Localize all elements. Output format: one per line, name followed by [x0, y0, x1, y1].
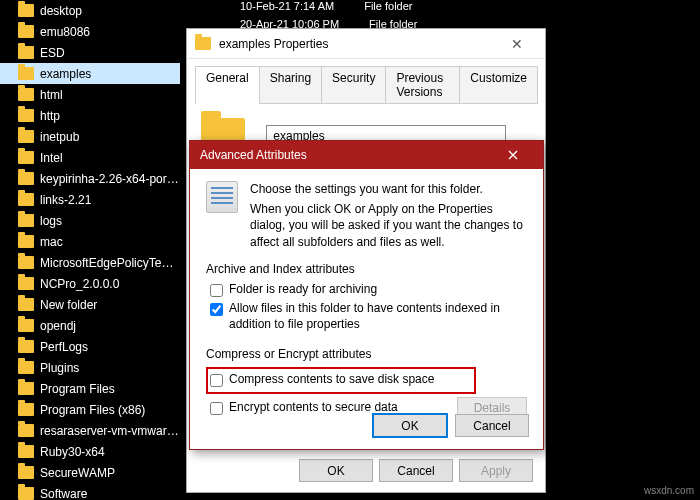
index-checkbox-row[interactable]: Allow files in this folder to have conte…: [210, 301, 527, 332]
tree-item[interactable]: Software: [0, 483, 180, 500]
cancel-button[interactable]: Cancel: [379, 459, 453, 482]
archive-group-label: Archive and Index attributes: [206, 262, 527, 276]
tree-item[interactable]: html: [0, 84, 180, 105]
attributes-icon: [206, 181, 238, 213]
folder-icon: [18, 172, 34, 185]
folder-icon: [18, 25, 34, 38]
properties-titlebar[interactable]: examples Properties ✕: [187, 29, 545, 59]
advanced-attributes-dialog: Advanced Attributes Choose the settings …: [189, 140, 544, 450]
tree-item[interactable]: NCPro_2.0.0.0: [0, 273, 180, 294]
intro-line2: When you click OK or Apply on the Proper…: [250, 201, 527, 250]
tree-item-label: html: [40, 88, 63, 102]
advanced-titlebar[interactable]: Advanced Attributes: [190, 141, 543, 169]
tab-previous-versions[interactable]: Previous Versions: [385, 66, 460, 104]
tree-item[interactable]: New folder: [0, 294, 180, 315]
tree-item-label: ESD: [40, 46, 65, 60]
tree-item[interactable]: keypirinha-2.26-x64-portable: [0, 168, 180, 189]
tree-item-label: opendj: [40, 319, 76, 333]
tree-item-label: inetpub: [40, 130, 79, 144]
compress-checkbox-label: Compress contents to save disk space: [229, 372, 434, 388]
tree-item[interactable]: MicrosoftEdgePolicyTemplates: [0, 252, 180, 273]
tab-general[interactable]: General: [195, 66, 260, 104]
folder-icon: [18, 88, 34, 101]
tree-item-label: keypirinha-2.26-x64-portable: [40, 172, 180, 186]
tree-item-label: logs: [40, 214, 62, 228]
tree-item-label: mac: [40, 235, 63, 249]
ok-button[interactable]: OK: [373, 414, 447, 437]
folder-icon: [18, 319, 34, 332]
tree-item[interactable]: SecureWAMP: [0, 462, 180, 483]
tree-item[interactable]: desktop: [0, 0, 180, 21]
tree-item[interactable]: opendj: [0, 315, 180, 336]
archive-checkbox[interactable]: [210, 284, 223, 297]
tree-item[interactable]: Ruby30-x64: [0, 441, 180, 462]
watermark: wsxdn.com: [644, 485, 694, 496]
tree-item[interactable]: examples: [0, 63, 180, 84]
folder-icon: [18, 130, 34, 143]
index-checkbox[interactable]: [210, 303, 223, 316]
folder-icon: [18, 109, 34, 122]
folder-icon: [18, 298, 34, 311]
folder-tree[interactable]: desktopemu8086ESDexampleshtmlhttpinetpub…: [0, 0, 180, 500]
folder-icon: [18, 4, 34, 17]
folder-icon: [18, 277, 34, 290]
tree-item-label: SecureWAMP: [40, 466, 115, 480]
tree-item[interactable]: links-2.21: [0, 189, 180, 210]
tree-item-label: desktop: [40, 4, 82, 18]
ok-button[interactable]: OK: [299, 459, 373, 482]
folder-icon: [18, 46, 34, 59]
advanced-buttons: OK Cancel: [373, 414, 529, 437]
folder-icon: [18, 361, 34, 374]
tree-item-label: Program Files (x86): [40, 403, 145, 417]
close-icon[interactable]: [493, 141, 533, 169]
compress-group-label: Compress or Encrypt attributes: [206, 347, 527, 361]
folder-icon: [18, 151, 34, 164]
folder-icon: [18, 340, 34, 353]
tab-customize[interactable]: Customize: [459, 66, 538, 104]
tree-item-label: Plugins: [40, 361, 79, 375]
tree-item[interactable]: mac: [0, 231, 180, 252]
tree-item-label: New folder: [40, 298, 97, 312]
folder-icon: [18, 445, 34, 458]
tree-item-label: http: [40, 109, 60, 123]
folder-icon: [18, 256, 34, 269]
tree-item-label: Ruby30-x64: [40, 445, 105, 459]
tree-item[interactable]: inetpub: [0, 126, 180, 147]
tree-item[interactable]: logs: [0, 210, 180, 231]
tree-item-label: MicrosoftEdgePolicyTemplates: [40, 256, 180, 270]
archive-checkbox-label: Folder is ready for archiving: [229, 282, 377, 298]
file-date: 10-Feb-21 7:14 AM: [240, 0, 334, 18]
advanced-intro: Choose the settings you want for this fo…: [250, 181, 527, 250]
properties-title: examples Properties: [219, 37, 328, 51]
encrypt-checkbox[interactable]: [210, 402, 223, 415]
file-type: File folder: [364, 0, 412, 18]
tree-item-label: examples: [40, 67, 91, 81]
tree-item[interactable]: Plugins: [0, 357, 180, 378]
tree-item[interactable]: resaraserver-vm-vmware-1.0: [0, 420, 180, 441]
folder-icon: [18, 214, 34, 227]
tree-item[interactable]: Program Files (x86): [0, 399, 180, 420]
tree-item-label: NCPro_2.0.0.0: [40, 277, 119, 291]
tree-item[interactable]: Intel: [0, 147, 180, 168]
apply-button[interactable]: Apply: [459, 459, 533, 482]
folder-icon: [18, 382, 34, 395]
tree-item-label: Program Files: [40, 382, 115, 396]
folder-icon: [18, 466, 34, 479]
tree-item[interactable]: http: [0, 105, 180, 126]
archive-checkbox-row[interactable]: Folder is ready for archiving: [210, 282, 527, 298]
tree-item[interactable]: Program Files: [0, 378, 180, 399]
tree-item[interactable]: PerfLogs: [0, 336, 180, 357]
tab-sharing[interactable]: Sharing: [259, 66, 322, 104]
compress-checkbox-row[interactable]: Compress contents to save disk space: [210, 372, 470, 388]
tree-item[interactable]: ESD: [0, 42, 180, 63]
folder-icon: [18, 424, 34, 437]
tab-security[interactable]: Security: [321, 66, 386, 104]
tree-item[interactable]: emu8086: [0, 21, 180, 42]
close-icon[interactable]: ✕: [497, 32, 537, 56]
compress-checkbox[interactable]: [210, 374, 223, 387]
properties-buttons: OK Cancel Apply: [299, 459, 533, 482]
cancel-button[interactable]: Cancel: [455, 414, 529, 437]
index-checkbox-label: Allow files in this folder to have conte…: [229, 301, 527, 332]
tree-item-label: PerfLogs: [40, 340, 88, 354]
intro-line1: Choose the settings you want for this fo…: [250, 181, 527, 197]
